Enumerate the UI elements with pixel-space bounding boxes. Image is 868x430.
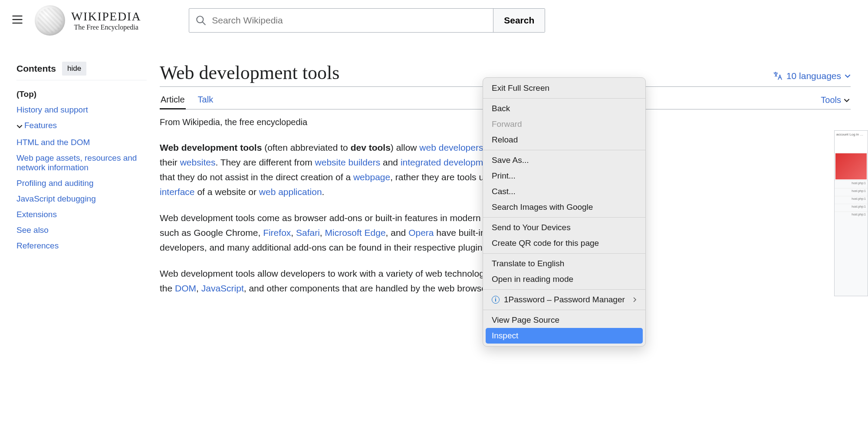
ctx-reload[interactable]: Reload <box>483 132 645 148</box>
ctx-save-as[interactable]: Save As... <box>483 152 645 168</box>
link-javascript[interactable]: JavaScript <box>201 283 244 293</box>
search-button[interactable]: Search <box>493 9 545 32</box>
ctx-search-images[interactable]: Search Images with Google <box>483 199 645 215</box>
link-opera[interactable]: Opera <box>408 228 434 238</box>
toc-link-profiling[interactable]: Profiling and auditing <box>16 179 93 188</box>
ctx-1password[interactable]: i1Password – Password Manager <box>483 292 645 308</box>
wikipedia-globe-icon <box>35 5 65 36</box>
toc-link-js-debugging[interactable]: JavaScript debugging <box>16 194 96 203</box>
link-web-application[interactable]: web application <box>259 187 322 197</box>
tab-article[interactable]: Article <box>160 90 186 109</box>
ctx-separator <box>483 310 645 310</box>
link-web-developers[interactable]: web developers <box>419 142 483 152</box>
link-websites[interactable]: websites <box>180 157 216 167</box>
language-switcher[interactable]: 10 languages <box>773 71 851 84</box>
hide-contents-button[interactable]: hide <box>62 62 86 76</box>
link-firefox[interactable]: Firefox <box>263 228 291 238</box>
link-dom[interactable]: DOM <box>175 283 196 293</box>
chevron-right-icon <box>632 297 637 302</box>
chevron-down-icon <box>16 123 23 129</box>
tab-talk[interactable]: Talk <box>197 90 214 109</box>
ctx-send-devices[interactable]: Send to Your Devices <box>483 220 645 235</box>
toc-list: (Top) History and support Features HTML … <box>16 86 147 254</box>
ctx-exit-fullscreen[interactable]: Exit Full Screen <box>483 80 645 96</box>
thumb-top-text: account Log in … <box>835 131 868 152</box>
contents-heading: Contents <box>16 63 56 74</box>
link-safari[interactable]: Safari <box>296 228 320 238</box>
ctx-qr-code[interactable]: Create QR code for this page <box>483 235 645 251</box>
wordmark-main: WIKIPEDIA <box>71 10 141 23</box>
site-header: WIKIPEDIA The Free Encyclopedia Search <box>0 0 868 44</box>
search-form: Search <box>189 8 545 33</box>
ctx-separator <box>483 253 645 254</box>
toc-link-html-dom[interactable]: HTML and the DOM <box>16 138 90 147</box>
contents-sidebar: Contents hide (Top) History and support … <box>16 62 160 307</box>
ctx-separator <box>483 217 645 218</box>
toc-link-assets[interactable]: Web page assets, resources and network i… <box>16 153 137 172</box>
toc-link-history[interactable]: History and support <box>16 105 88 114</box>
link-webpage[interactable]: webpage <box>353 172 390 182</box>
wordmark: WIKIPEDIA The Free Encyclopedia <box>71 10 141 31</box>
ctx-translate[interactable]: Translate to English <box>483 256 645 271</box>
link-website-builders[interactable]: website builders <box>315 157 381 167</box>
language-count: 10 languages <box>786 71 841 81</box>
article-thumbnail-fragment: account Log in … host.php:1 host.php:1 h… <box>834 130 868 296</box>
toc-toggle-features[interactable]: Features <box>16 121 57 130</box>
toc-link-references[interactable]: References <box>16 241 59 250</box>
chevron-down-icon <box>845 73 851 79</box>
wordmark-tagline: The Free Encyclopedia <box>74 23 138 31</box>
info-icon: i <box>492 296 500 304</box>
search-icon <box>195 15 207 26</box>
browser-context-menu: Exit Full Screen Back Forward Reload Sav… <box>483 77 646 347</box>
toc-link-see-also[interactable]: See also <box>16 225 49 235</box>
ctx-reading-mode[interactable]: Open in reading mode <box>483 271 645 287</box>
search-input[interactable] <box>212 15 487 26</box>
ctx-forward: Forward <box>483 116 645 132</box>
translate-icon <box>773 71 783 81</box>
ctx-cast[interactable]: Cast... <box>483 184 645 199</box>
ctx-back[interactable]: Back <box>483 101 645 116</box>
tab-tools[interactable]: Tools <box>820 90 851 109</box>
ctx-separator <box>483 150 645 150</box>
main-menu-button[interactable] <box>9 11 26 30</box>
ctx-separator <box>483 98 645 99</box>
link-edge[interactable]: Microsoft Edge <box>325 228 386 238</box>
ctx-separator <box>483 289 645 290</box>
ctx-inspect[interactable]: Inspect <box>486 328 643 344</box>
toc-link-extensions[interactable]: Extensions <box>16 210 57 219</box>
ctx-print[interactable]: Print... <box>483 168 645 184</box>
chevron-down-icon <box>844 97 850 103</box>
toc-top[interactable]: (Top) <box>16 89 36 99</box>
ctx-view-source[interactable]: View Page Source <box>483 312 645 328</box>
thumb-image <box>835 153 867 179</box>
page-title: Web development tools <box>160 62 339 84</box>
logo[interactable]: WIKIPEDIA The Free Encyclopedia <box>35 5 141 36</box>
hamburger-icon <box>11 13 23 26</box>
